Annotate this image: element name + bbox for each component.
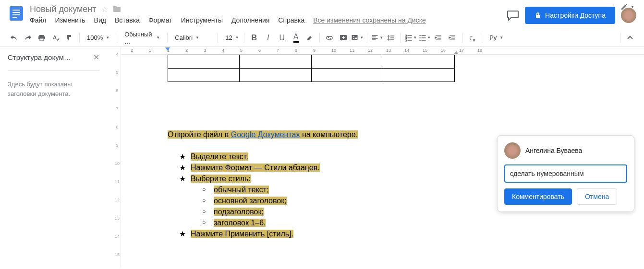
svg-rect-1 xyxy=(12,10,20,11)
outline-empty-text: Здесь будут показаны заголовки документа… xyxy=(8,80,99,98)
svg-point-16 xyxy=(419,35,421,36)
svg-text:A: A xyxy=(53,35,57,40)
folder-icon[interactable] xyxy=(113,5,122,13)
outline-panel: Структура докум… ✕ Здесь будут показаны … xyxy=(0,47,107,268)
svg-point-17 xyxy=(419,37,421,38)
input-tools-button[interactable]: Ру▼ xyxy=(486,32,507,44)
styles-select[interactable]: Обычный …▼ xyxy=(121,32,164,44)
font-size-select[interactable]: 12▼ xyxy=(221,32,241,44)
comment-cancel-button[interactable]: Отмена xyxy=(577,188,617,205)
redo-button[interactable] xyxy=(22,32,34,44)
menu-addons[interactable]: Дополнения xyxy=(231,16,269,24)
toolbar: A 100%▼ Обычный …▼ Calibri▼ 12▼ B I U A … xyxy=(0,29,644,47)
text-color-button[interactable]: A xyxy=(290,32,302,44)
menu-tools[interactable]: Инструменты xyxy=(181,16,223,24)
italic-button[interactable]: I xyxy=(262,32,274,44)
comment-author-name: Ангелина Буваева xyxy=(525,147,582,154)
svg-rect-15 xyxy=(405,40,407,41)
svg-rect-2 xyxy=(12,12,20,13)
checklist-button[interactable]: ▼ xyxy=(404,32,417,44)
add-comment-button[interactable] xyxy=(337,32,350,44)
comment-author-avatar xyxy=(504,142,521,159)
svg-point-12 xyxy=(353,36,354,37)
line-spacing-button[interactable] xyxy=(385,32,397,44)
menu-format[interactable]: Формат xyxy=(148,16,172,24)
header: Новый документ ☆ Файл Изменить Вид Встав… xyxy=(0,0,644,29)
menu-help[interactable]: Справка xyxy=(278,16,304,24)
pencil-icon xyxy=(620,2,629,11)
font-select[interactable]: Calibri▼ xyxy=(171,32,214,44)
insert-image-button[interactable]: ▼ xyxy=(351,32,364,44)
vertical-ruler[interactable]: 456789101112131415 xyxy=(113,47,121,268)
bulleted-list-button[interactable]: ▼ xyxy=(418,32,431,44)
svg-rect-7 xyxy=(40,38,44,41)
paint-format-button[interactable] xyxy=(63,32,76,44)
svg-rect-9 xyxy=(307,40,313,41)
highlight-color-button[interactable] xyxy=(304,32,316,44)
print-button[interactable] xyxy=(36,32,48,44)
undo-button[interactable] xyxy=(8,32,20,44)
increase-indent-button[interactable] xyxy=(446,32,459,44)
menu-file[interactable]: Файл xyxy=(30,16,46,24)
svg-rect-5 xyxy=(39,35,44,36)
doc-link[interactable]: Google Документах xyxy=(231,130,300,139)
svg-text:T: T xyxy=(469,35,473,41)
outline-close-button[interactable]: ✕ xyxy=(93,53,99,62)
share-button[interactable]: Настройки Доступа xyxy=(525,7,615,24)
save-status[interactable]: Все изменения сохранены на Диске xyxy=(313,16,426,24)
editing-mode-button[interactable]: ▼ xyxy=(620,2,634,11)
link-button[interactable] xyxy=(323,32,336,44)
doc-title[interactable]: Новый документ xyxy=(30,4,97,14)
svg-rect-3 xyxy=(12,14,20,15)
zoom-select[interactable]: 100%▼ xyxy=(83,32,113,44)
decrease-indent-button[interactable] xyxy=(432,32,445,44)
menu-edit[interactable]: Изменить xyxy=(55,16,85,24)
menu-insert[interactable]: Вставка xyxy=(115,16,140,24)
svg-rect-13 xyxy=(405,35,407,36)
comment-submit-button[interactable]: Комментировать xyxy=(504,188,572,205)
svg-rect-0 xyxy=(10,6,23,21)
svg-rect-14 xyxy=(405,37,407,39)
menu-bar: Файл Изменить Вид Вставка Формат Инструм… xyxy=(30,16,507,24)
hide-menus-button[interactable] xyxy=(624,32,636,44)
indent-marker-right[interactable] xyxy=(454,51,459,54)
svg-rect-4 xyxy=(12,17,17,18)
star-icon[interactable]: ☆ xyxy=(101,5,108,14)
comments-icon[interactable] xyxy=(507,10,519,21)
svg-point-18 xyxy=(419,39,421,41)
lock-icon xyxy=(535,12,541,19)
align-button[interactable]: ▼ xyxy=(371,32,383,44)
doc-info: Новый документ ☆ Файл Изменить Вид Встав… xyxy=(30,4,507,24)
clear-formatting-button[interactable]: T xyxy=(466,32,478,44)
document-table[interactable] xyxy=(168,55,455,82)
outline-title: Структура докум… xyxy=(8,53,71,61)
underline-button[interactable]: U xyxy=(276,32,288,44)
horizontal-ruler[interactable]: 21123456789101112131415161718 xyxy=(121,47,644,55)
bold-button[interactable]: B xyxy=(248,32,260,44)
comment-input[interactable] xyxy=(504,164,627,183)
menu-view[interactable]: Вид xyxy=(94,16,106,24)
document-body[interactable]: Откройте файл в Google Документах на ком… xyxy=(168,129,358,239)
spellcheck-button[interactable]: A xyxy=(49,32,62,44)
docs-logo-icon[interactable] xyxy=(8,5,25,22)
comment-popup: Ангелина Буваева Комментировать Отмена xyxy=(497,135,634,212)
